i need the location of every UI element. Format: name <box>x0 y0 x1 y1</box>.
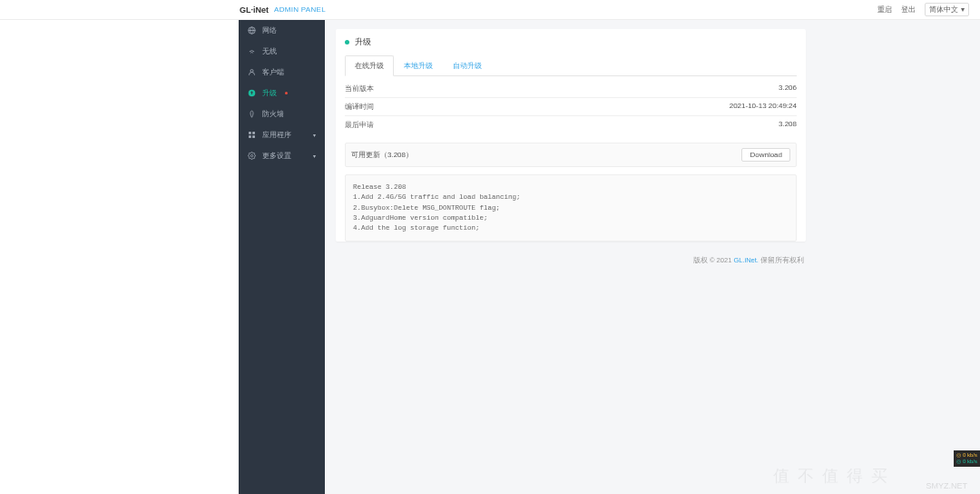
speed-down: ◎ 0 kb/s <box>956 459 977 465</box>
info-row-build-time: 编译时间 2021-10-13 20:49:24 <box>345 98 797 116</box>
info-value: 3.206 <box>779 84 797 94</box>
tab-auto-upgrade[interactable]: 自动升级 <box>443 55 492 76</box>
sidebar-item-label: 防火墙 <box>262 109 284 119</box>
info-rows: 当前版本 3.206 编译时间 2021-10-13 20:49:24 最后申请… <box>336 76 806 137</box>
notification-dot-icon <box>285 92 288 94</box>
svg-point-7 <box>250 154 252 156</box>
sidebar-item-label: 更多设置 <box>262 151 291 161</box>
copyright-prefix: 版权 © 2021 <box>693 256 733 264</box>
language-label: 简体中文 <box>929 5 958 15</box>
sidebar-item-label: 客户端 <box>262 67 284 77</box>
info-label: 当前版本 <box>345 84 374 94</box>
footer: 版权 © 2021 GL.iNet. 保留所有权利 <box>336 251 806 265</box>
speed-up: ◎ 0 kb/s <box>956 452 977 459</box>
globe-icon <box>248 26 256 35</box>
info-row-latest: 最后申请 3.208 <box>345 116 797 133</box>
wifi-icon <box>248 47 256 55</box>
sidebar-item-label: 无线 <box>262 46 277 56</box>
brand-name: GL·iNet <box>240 5 269 15</box>
svg-rect-4 <box>252 132 255 134</box>
chevron-down-icon: ▾ <box>961 5 965 14</box>
card-header: 升级 <box>336 29 806 55</box>
header-actions: 重启 登出 简体中文 ▾ <box>877 3 969 16</box>
info-label: 编译时间 <box>345 102 374 112</box>
apps-icon <box>248 131 256 139</box>
reboot-link[interactable]: 重启 <box>877 5 892 15</box>
settings-icon <box>248 152 256 160</box>
tab-local-upgrade[interactable]: 本地升级 <box>394 55 443 76</box>
firewall-icon <box>248 110 256 118</box>
sidebar-item-applications[interactable]: 应用程序 ▾ <box>239 124 325 145</box>
logout-link[interactable]: 登出 <box>901 5 916 15</box>
sidebar-item-network[interactable]: 网络 <box>239 20 325 41</box>
info-value: 2021-10-13 20:49:24 <box>730 102 797 112</box>
speed-badge: ◎ 0 kb/s ◎ 0 kb/s <box>954 450 980 467</box>
footer-link[interactable]: GL.iNet. <box>733 256 759 264</box>
chevron-down-icon: ▾ <box>313 132 316 138</box>
release-notes: Release 3.208 1.Add 2.4G/5G traffic and … <box>345 174 797 242</box>
sidebar-item-label: 网络 <box>262 25 277 35</box>
sidebar-item-label: 应用程序 <box>262 130 291 140</box>
upgrade-card: 升级 在线升级 本地升级 自动升级 当前版本 3.206 <box>336 29 806 242</box>
svg-point-1 <box>250 70 253 73</box>
main-content: 升级 在线升级 本地升级 自动升级 当前版本 3.206 <box>325 20 980 494</box>
svg-rect-6 <box>252 135 255 138</box>
sidebar-item-wireless[interactable]: 无线 <box>239 41 325 62</box>
sidebar: 网络 无线 客户端 升级 <box>239 20 325 494</box>
info-value: 3.208 <box>779 120 797 130</box>
available-update-label: 可用更新（3.208） <box>351 150 413 160</box>
header: GL·iNet ADMIN PANEL 重启 登出 简体中文 ▾ <box>0 0 980 20</box>
info-label: 最后申请 <box>345 120 374 130</box>
chevron-down-icon: ▾ <box>313 153 316 159</box>
user-icon <box>248 68 256 76</box>
language-select[interactable]: 简体中文 ▾ <box>925 3 969 16</box>
logo: GL·iNet ADMIN PANEL <box>240 5 326 15</box>
status-dot-icon <box>345 40 349 44</box>
svg-rect-5 <box>249 135 251 138</box>
upgrade-icon <box>248 89 256 97</box>
panel-label: ADMIN PANEL <box>274 5 326 14</box>
sidebar-item-clients[interactable]: 客户端 <box>239 62 325 83</box>
page-title: 升级 <box>355 36 371 48</box>
sidebar-item-more-settings[interactable]: 更多设置 ▾ <box>239 145 325 166</box>
info-row-current-version: 当前版本 3.206 <box>345 80 797 98</box>
copyright-suffix: 保留所有权利 <box>759 256 804 264</box>
tabs: 在线升级 本地升级 自动升级 <box>336 55 806 76</box>
sidebar-item-upgrade[interactable]: 升级 <box>239 83 325 104</box>
svg-rect-3 <box>249 132 251 134</box>
download-button[interactable]: Download <box>741 148 790 162</box>
sidebar-item-firewall[interactable]: 防火墙 <box>239 104 325 124</box>
sidebar-item-label: 升级 <box>262 88 277 98</box>
available-update-row: 可用更新（3.208） Download <box>345 143 797 167</box>
tab-online-upgrade[interactable]: 在线升级 <box>345 55 394 76</box>
